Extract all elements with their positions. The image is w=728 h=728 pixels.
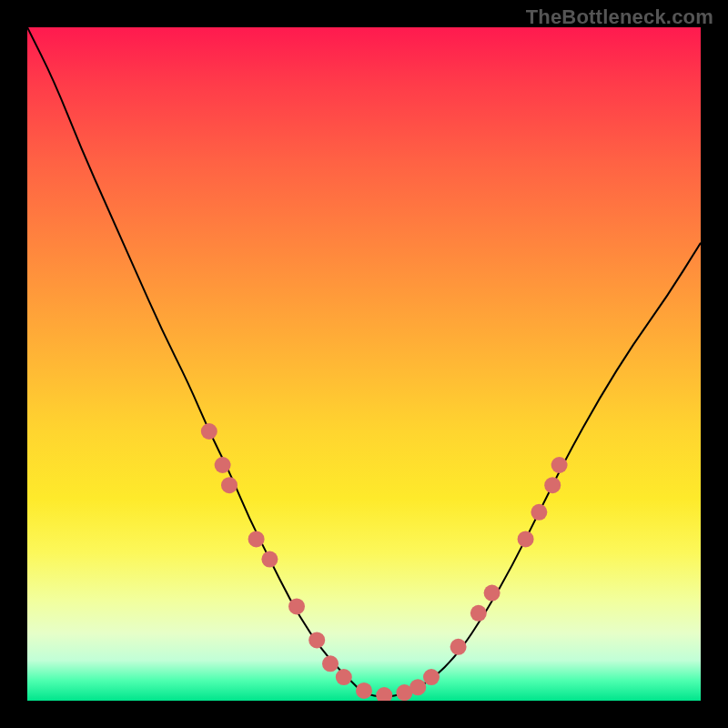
marker-dot [531, 504, 547, 521]
marker-dot [336, 669, 352, 685]
marker-dot [248, 531, 265, 547]
marker-dots-group [201, 423, 568, 701]
marker-dot [470, 605, 487, 622]
marker-dot [551, 457, 568, 473]
marker-dot [261, 551, 278, 568]
marker-dot [221, 477, 238, 493]
marker-dot [410, 679, 426, 695]
marker-dot [544, 477, 561, 493]
chart-stage: TheBottleneck.com [0, 0, 728, 728]
marker-dot [484, 585, 500, 602]
marker-dot [376, 687, 392, 701]
marker-dot [518, 531, 534, 547]
marker-dot [322, 655, 339, 672]
watermark-text: TheBottleneck.com [526, 5, 713, 29]
marker-dot [450, 639, 467, 655]
marker-dot [356, 682, 372, 699]
marker-dot [288, 598, 305, 614]
plot-area [27, 27, 701, 701]
marker-dot [215, 457, 231, 473]
marker-dot [423, 669, 440, 685]
marker-dot [201, 423, 217, 440]
marker-dot [308, 632, 325, 648]
bottleneck-curve [27, 27, 701, 696]
curve-overlay [27, 27, 701, 701]
